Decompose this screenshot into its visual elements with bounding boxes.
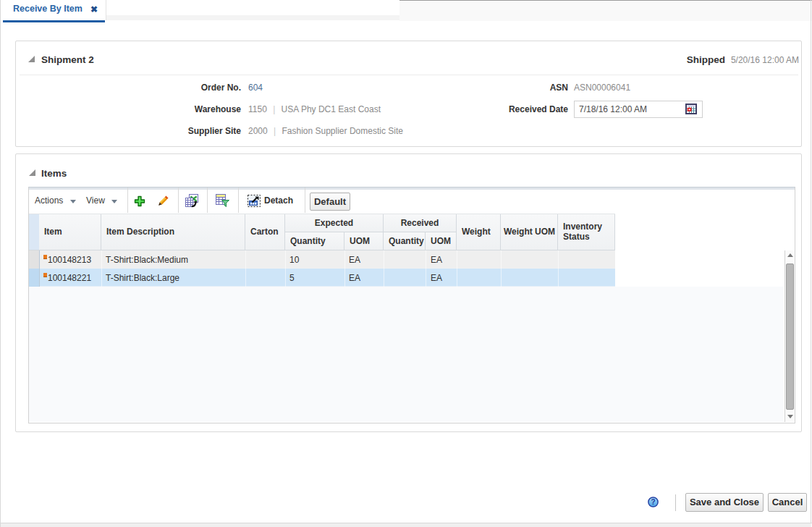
svg-text:?: ? xyxy=(651,498,655,506)
